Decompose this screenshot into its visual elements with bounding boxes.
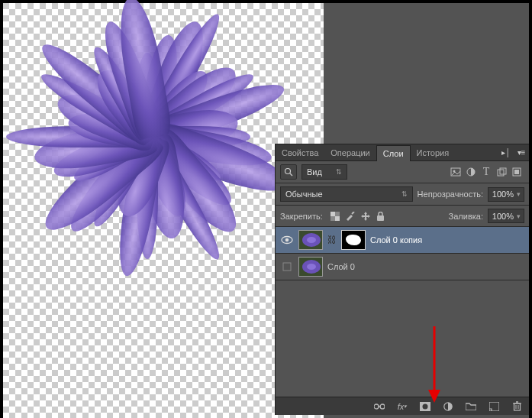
lock-all-icon[interactable]: [373, 209, 389, 223]
fill-value: 100%: [492, 212, 514, 221]
lock-label: Закрепить:: [280, 212, 323, 221]
svg-point-0: [285, 169, 291, 174]
svg-rect-29: [489, 402, 499, 411]
layer-row[interactable]: Слой 0: [276, 253, 529, 280]
visibility-eye-icon[interactable]: [280, 235, 294, 245]
svg-rect-13: [377, 215, 384, 221]
svg-point-18: [307, 237, 316, 243]
svg-rect-30: [514, 403, 520, 410]
chevron-down-icon: ▾: [517, 190, 521, 198]
filter-type-icon[interactable]: T: [479, 165, 494, 179]
tab-properties[interactable]: Свойства: [276, 145, 324, 160]
link-indicator-icon: ⛓: [327, 235, 337, 245]
lock-move-icon[interactable]: [358, 209, 373, 223]
layer-mask-thumbnail[interactable]: [341, 230, 366, 250]
filter-adjust-icon[interactable]: [463, 165, 479, 179]
svg-rect-6: [500, 168, 506, 174]
lock-brush-icon[interactable]: [343, 209, 358, 223]
chevron-updown-icon: ⇅: [401, 190, 408, 198]
filter-kind-label: Вид: [307, 167, 322, 177]
layers-footer: fx▾: [276, 397, 529, 415]
svg-line-1: [290, 173, 292, 176]
svg-point-22: [307, 264, 316, 270]
lock-transparency-icon[interactable]: [327, 209, 343, 223]
adjustment-layer-icon[interactable]: [442, 400, 454, 413]
visibility-toggle[interactable]: [280, 262, 294, 271]
tab-layers[interactable]: Слои: [376, 145, 411, 161]
new-layer-icon[interactable]: [488, 400, 500, 413]
svg-rect-10: [330, 212, 335, 216]
opacity-label: Непрозрачность:: [418, 190, 483, 199]
layer-name[interactable]: Слой 0: [327, 262, 355, 271]
chevron-down-icon: ⇅: [336, 168, 342, 176]
search-icon[interactable]: [280, 164, 297, 180]
tab-actions[interactable]: Операции: [324, 145, 376, 160]
fill-label: Заливка:: [449, 212, 483, 221]
svg-line-12: [352, 212, 354, 214]
panel-tabs: Свойства Операции Слои История ▸│ ▾≡: [276, 144, 529, 161]
lock-row: Закрепить: Заливка: 100%▾: [276, 206, 529, 227]
layers-panel: Свойства Операции Слои История ▸│ ▾≡ Вид…: [275, 144, 529, 415]
opacity-input[interactable]: 100%▾: [488, 187, 524, 202]
blend-row: Обычные ⇅ Непрозрачность: 100%▾: [276, 183, 529, 206]
flower-image: (function(){ var host=document.currentSc…: [0, 0, 301, 248]
add-mask-icon[interactable]: [419, 400, 431, 413]
blend-mode-value: Обычные: [285, 190, 323, 199]
layer-row[interactable]: ⛓ Слой 0 копия: [276, 227, 529, 254]
filter-smart-icon[interactable]: [509, 165, 524, 179]
layers-list: ⛓ Слой 0 копия Слой 0: [276, 227, 529, 397]
trash-icon[interactable]: [511, 400, 523, 413]
layer-thumbnail[interactable]: [298, 230, 323, 250]
collapse-icon[interactable]: ▸│: [498, 148, 514, 157]
svg-rect-5: [498, 170, 504, 176]
svg-rect-8: [514, 170, 519, 174]
blend-mode-dropdown[interactable]: Обычные ⇅: [280, 186, 413, 202]
filter-row: Вид ⇅ T: [276, 161, 529, 183]
tab-history[interactable]: История: [411, 145, 456, 160]
chevron-down-icon: ▾: [517, 212, 521, 220]
fx-icon[interactable]: fx▾: [396, 400, 408, 413]
opacity-value: 100%: [492, 190, 514, 199]
filter-shape-icon[interactable]: [494, 165, 509, 179]
svg-point-15: [285, 238, 289, 242]
layer-thumbnail[interactable]: [298, 257, 323, 277]
svg-rect-11: [335, 216, 340, 221]
filter-image-icon[interactable]: [448, 165, 463, 179]
link-layers-icon[interactable]: [373, 400, 385, 413]
svg-rect-19: [283, 263, 291, 271]
layer-name[interactable]: Слой 0 копия: [370, 235, 422, 245]
fill-input[interactable]: 100%▾: [488, 209, 524, 223]
panel-menu-icon[interactable]: ▾≡: [514, 148, 529, 157]
group-icon[interactable]: [465, 400, 477, 413]
filter-kind-dropdown[interactable]: Вид ⇅: [301, 164, 347, 180]
svg-point-27: [423, 403, 428, 409]
